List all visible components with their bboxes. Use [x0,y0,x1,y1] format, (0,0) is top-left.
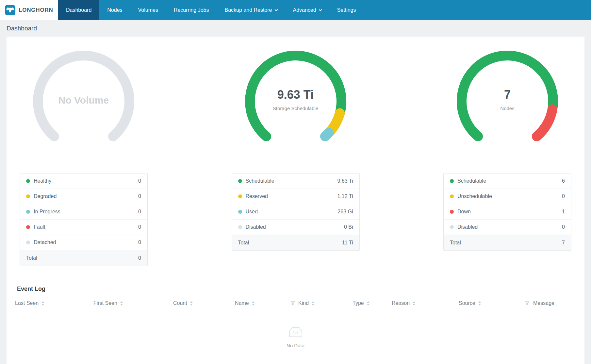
column-header-kind[interactable]: Kind [298,300,353,306]
event-log-header: Last Seen First Seen Count Name [7,300,584,306]
chevron-down-icon [274,8,278,11]
legend-total-row: Total 11 Ti [232,235,359,250]
nodes-gauge-label: Nodes [439,106,576,111]
nav-dashboard[interactable]: Dashboard [58,0,99,20]
legend-label: Reserved [246,193,268,199]
fault-dot [26,225,30,229]
sort-icon[interactable] [367,301,369,306]
legend-value: 0 [138,224,141,230]
nodes-gauge-value: 7 [439,88,576,102]
legend-row: In Progress 0 [20,204,147,220]
legend-label: Degraded [34,193,57,199]
legend-row: Reserved 1.12 Ti [232,189,359,204]
total-label: Total [238,240,249,246]
nav-settings[interactable]: Settings [329,0,364,20]
nav-recurring-jobs[interactable]: Recurring Jobs [166,0,217,20]
legend-row: Degraded 0 [20,189,147,204]
legend-label: Fault [34,224,45,230]
event-log-empty-state: No Data [7,325,584,348]
sort-icon[interactable] [413,301,415,306]
legend-row: Disabled 0 Bi [232,220,359,235]
column-header-message[interactable]: Message [525,300,576,306]
detached-dot [26,240,30,244]
used-dot [238,210,242,214]
total-label: Total [450,240,461,246]
legend-row: Down 1 [444,204,571,220]
legend-label: Disabled [246,224,266,230]
schedulable-dot [450,179,454,183]
storage-gauge-section: 9.63 Ti Storage Schedulable Schedulable … [227,46,364,266]
nav-backup-and-restore[interactable]: Backup and Restore [217,0,285,20]
gauge-empty-label: No Volume [15,95,152,106]
event-log-title: Event Log [7,286,584,292]
legend-row: Fault 0 [20,220,147,235]
column-header-name[interactable]: Name [235,300,298,306]
event-log-section: Event Log Last Seen First Seen Count Nam… [7,286,584,364]
legend-value: 0 Bi [344,224,353,230]
sort-icon[interactable] [41,301,44,306]
column-header-source[interactable]: Source [459,300,525,306]
column-header-first-seen[interactable]: First Seen [93,300,173,306]
total-label: Total [26,255,37,261]
column-label: Message [533,300,554,306]
legend-row: Schedulable 9.63 Ti [232,174,359,189]
sort-icon[interactable] [252,301,254,306]
legend-value: 0 [138,178,141,184]
in-progress-dot [26,210,30,214]
column-header-count[interactable]: Count [173,300,235,306]
legend-value: 0 [562,193,565,199]
legend-row: Disabled 0 [444,220,571,235]
column-label: Reason [392,300,410,306]
breadcrumb: Dashboard [0,20,591,37]
column-header-last-seen[interactable]: Last Seen [15,300,93,306]
total-value: 0 [138,255,141,261]
reserved-dot [238,194,242,198]
filter-icon[interactable] [291,301,295,305]
page-title: Dashboard [7,25,37,32]
legend-value: 1 [562,209,565,215]
volume-legend: Healthy 0 Degraded 0 In Progress 0 [20,173,148,266]
sort-icon[interactable] [478,301,481,306]
unschedulable-dot [450,194,454,198]
brand-name: LONGHORN [19,7,53,13]
no-data-text: No Data [287,343,304,348]
nodes-gauge-section: 7 Nodes Schedulable 6 Unschedulable 0 [439,46,576,266]
nav-nodes[interactable]: Nodes [99,0,130,20]
nav-volumes[interactable]: Volumes [130,0,166,20]
legend-value: 6 [562,178,565,184]
main-nav: Dashboard Nodes Volumes Recurring Jobs B… [58,0,364,20]
chevron-down-icon [319,8,322,11]
legend-value: 0 [138,240,141,245]
storage-gauge-label: Storage Schedulable [227,106,364,111]
degraded-dot [26,194,30,198]
legend-value: 0 [562,224,565,230]
storage-gauge: 9.63 Ti Storage Schedulable [227,46,364,156]
column-header-type[interactable]: Type [353,300,392,306]
nodes-gauge: 7 Nodes [439,46,576,156]
column-label: Name [235,300,249,306]
sort-icon[interactable] [312,301,314,306]
disabled-dot [450,225,454,229]
no-data-inbox-icon [286,325,305,339]
column-label: Source [459,300,475,306]
legend-row: Schedulable 6 [444,174,571,189]
legend-row: Used 263 Gi [232,204,359,220]
sort-icon[interactable] [190,301,193,306]
legend-value: 0 [138,193,141,199]
legend-row: Unschedulable 0 [444,189,571,204]
disabled-dot [238,225,242,229]
filter-icon[interactable] [525,301,529,305]
legend-label: Down [457,209,471,215]
legend-total-row: Total 0 [20,250,147,266]
volume-gauge-section: No Volume Healthy 0 Degraded 0 [15,46,152,266]
legend-label: Used [246,209,258,215]
top-navbar: LONGHORN Dashboard Nodes Volumes Recurri… [0,0,591,20]
column-header-reason[interactable]: Reason [392,300,459,306]
nav-advanced[interactable]: Advanced [285,0,329,20]
brand-logo[interactable]: LONGHORN [0,0,58,20]
sort-icon[interactable] [120,301,123,306]
schedulable-dot [238,179,242,183]
column-label: Kind [298,300,309,306]
legend-label: Disabled [457,224,478,230]
legend-label: Healthy [34,178,51,184]
